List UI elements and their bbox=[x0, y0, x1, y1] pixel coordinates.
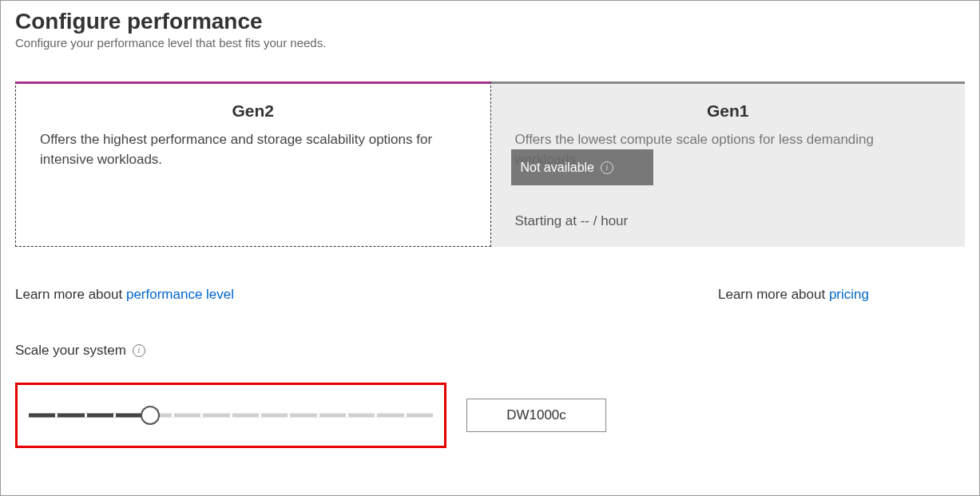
performance-level-link[interactable]: performance level bbox=[126, 287, 234, 302]
scale-label: Scale your system i bbox=[15, 343, 965, 359]
slider-fill bbox=[29, 414, 150, 418]
learn-pricing: Learn more about pricing bbox=[718, 287, 869, 303]
info-icon[interactable]: i bbox=[601, 161, 613, 174]
tier-gen1-pricing: Starting at -- / hour bbox=[515, 213, 942, 229]
learn-performance: Learn more about performance level bbox=[15, 287, 234, 303]
learn-more-row: Learn more about performance level Learn… bbox=[15, 287, 965, 303]
tier-gen2[interactable]: Gen2 Offers the highest performance and … bbox=[15, 81, 491, 247]
tier-gen1: Gen1 Offers the lowest compute scale opt… bbox=[491, 81, 966, 247]
scale-label-text: Scale your system bbox=[15, 343, 126, 359]
pricing-link[interactable]: pricing bbox=[829, 287, 869, 302]
tier-gen2-title: Gen2 bbox=[40, 101, 466, 121]
learn-pricing-prefix: Learn more about bbox=[718, 287, 829, 302]
tier-gen1-title: Gen1 bbox=[515, 101, 942, 121]
tier-selector: Gen2 Offers the highest performance and … bbox=[15, 81, 965, 247]
info-icon[interactable]: i bbox=[133, 344, 145, 357]
not-available-text: Not available bbox=[521, 161, 595, 175]
slider-handle[interactable] bbox=[141, 406, 160, 425]
page-subtitle: Configure your performance level that be… bbox=[15, 36, 965, 50]
scale-value-display: DW1000c bbox=[466, 399, 606, 432]
scale-slider[interactable] bbox=[29, 407, 433, 423]
slider-highlight bbox=[15, 383, 446, 448]
page-title: Configure performance bbox=[15, 9, 965, 34]
not-available-overlay: Not available i bbox=[511, 149, 653, 185]
scale-row: DW1000c bbox=[15, 383, 965, 448]
tier-gen2-desc: Offers the highest performance and stora… bbox=[40, 130, 466, 169]
learn-perf-prefix: Learn more about bbox=[15, 287, 126, 302]
